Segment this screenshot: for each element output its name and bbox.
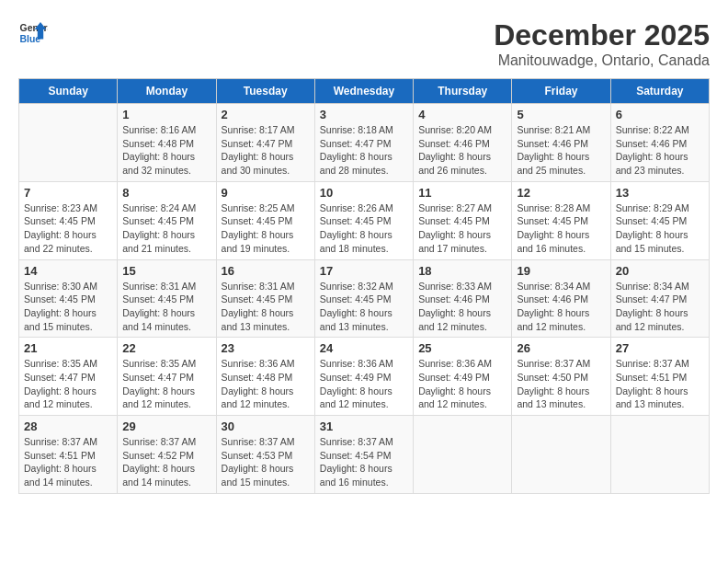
- calendar-cell: 28Sunrise: 8:37 AMSunset: 4:51 PMDayligh…: [19, 416, 118, 494]
- day-number: 14: [24, 264, 112, 278]
- day-number: 28: [24, 419, 112, 433]
- day-info: Sunrise: 8:23 AMSunset: 4:45 PMDaylight:…: [24, 201, 112, 256]
- header-cell-thursday: Thursday: [414, 79, 512, 104]
- day-info: Sunrise: 8:20 AMSunset: 4:46 PMDaylight:…: [418, 123, 506, 178]
- day-number: 31: [320, 419, 408, 433]
- day-info: Sunrise: 8:37 AMSunset: 4:54 PMDaylight:…: [320, 435, 408, 489]
- day-info: Sunrise: 8:25 AMSunset: 4:45 PMDaylight:…: [222, 201, 310, 256]
- day-number: 30: [222, 419, 310, 433]
- day-number: 17: [320, 264, 408, 278]
- day-number: 20: [616, 264, 704, 278]
- day-number: 24: [320, 341, 408, 355]
- header-cell-saturday: Saturday: [610, 79, 709, 104]
- page-subtitle: Manitouwadge, Ontario, Canada: [494, 52, 710, 69]
- day-info: Sunrise: 8:31 AMSunset: 4:45 PMDaylight:…: [222, 280, 310, 334]
- calendar-cell: 3Sunrise: 8:18 AMSunset: 4:47 PMDaylight…: [314, 104, 413, 182]
- header-cell-tuesday: Tuesday: [216, 79, 314, 104]
- header-cell-wednesday: Wednesday: [314, 79, 413, 104]
- calendar-cell: 24Sunrise: 8:36 AMSunset: 4:49 PMDayligh…: [314, 338, 413, 416]
- calendar-cell: 7Sunrise: 8:23 AMSunset: 4:45 PMDaylight…: [19, 181, 118, 259]
- day-number: 13: [616, 186, 704, 200]
- day-number: 21: [24, 341, 112, 355]
- day-info: Sunrise: 8:36 AMSunset: 4:49 PMDaylight:…: [320, 357, 408, 411]
- calendar-table: SundayMondayTuesdayWednesdayThursdayFrid…: [18, 78, 710, 494]
- calendar-cell: 11Sunrise: 8:27 AMSunset: 4:45 PMDayligh…: [414, 181, 512, 259]
- calendar-cell: 20Sunrise: 8:34 AMSunset: 4:47 PMDayligh…: [610, 259, 709, 338]
- calendar-cell: 31Sunrise: 8:37 AMSunset: 4:54 PMDayligh…: [314, 416, 413, 494]
- week-row-5: 28Sunrise: 8:37 AMSunset: 4:51 PMDayligh…: [19, 416, 710, 494]
- day-info: Sunrise: 8:33 AMSunset: 4:46 PMDaylight:…: [418, 280, 506, 334]
- day-info: Sunrise: 8:24 AMSunset: 4:45 PMDaylight:…: [122, 201, 210, 256]
- day-info: Sunrise: 8:17 AMSunset: 4:47 PMDaylight:…: [222, 123, 310, 178]
- day-number: 1: [122, 108, 210, 121]
- calendar-cell: 25Sunrise: 8:36 AMSunset: 4:49 PMDayligh…: [414, 338, 512, 416]
- day-info: Sunrise: 8:32 AMSunset: 4:45 PMDaylight:…: [320, 280, 408, 334]
- calendar-cell: 9Sunrise: 8:25 AMSunset: 4:45 PMDaylight…: [216, 181, 314, 259]
- logo-icon: General Blue: [18, 18, 48, 48]
- title-area: December 2025 Manitouwadge, Ontario, Can…: [494, 18, 710, 69]
- calendar-cell: [19, 104, 118, 182]
- calendar-cell: 15Sunrise: 8:31 AMSunset: 4:45 PMDayligh…: [118, 259, 216, 338]
- day-number: 23: [222, 341, 310, 355]
- calendar-cell: 13Sunrise: 8:29 AMSunset: 4:45 PMDayligh…: [610, 181, 709, 259]
- day-number: 7: [24, 186, 112, 200]
- day-info: Sunrise: 8:37 AMSunset: 4:52 PMDaylight:…: [122, 435, 210, 489]
- day-info: Sunrise: 8:36 AMSunset: 4:49 PMDaylight:…: [418, 357, 506, 411]
- calendar-cell: 6Sunrise: 8:22 AMSunset: 4:46 PMDaylight…: [610, 104, 709, 182]
- day-info: Sunrise: 8:21 AMSunset: 4:46 PMDaylight:…: [517, 123, 605, 178]
- header-cell-monday: Monday: [118, 79, 216, 104]
- day-number: 11: [418, 186, 506, 200]
- calendar-cell: 23Sunrise: 8:36 AMSunset: 4:48 PMDayligh…: [216, 338, 314, 416]
- day-number: 4: [418, 108, 506, 121]
- week-row-1: 1Sunrise: 8:16 AMSunset: 4:48 PMDaylight…: [19, 104, 710, 182]
- calendar-cell: 27Sunrise: 8:37 AMSunset: 4:51 PMDayligh…: [610, 338, 709, 416]
- day-info: Sunrise: 8:31 AMSunset: 4:45 PMDaylight:…: [122, 280, 210, 334]
- day-number: 9: [222, 186, 310, 200]
- calendar-cell: [414, 416, 512, 494]
- day-info: Sunrise: 8:29 AMSunset: 4:45 PMDaylight:…: [616, 201, 704, 256]
- week-row-3: 14Sunrise: 8:30 AMSunset: 4:45 PMDayligh…: [19, 259, 710, 338]
- calendar-cell: 29Sunrise: 8:37 AMSunset: 4:52 PMDayligh…: [118, 416, 216, 494]
- calendar-cell: 4Sunrise: 8:20 AMSunset: 4:46 PMDaylight…: [414, 104, 512, 182]
- week-row-2: 7Sunrise: 8:23 AMSunset: 4:45 PMDaylight…: [19, 181, 710, 259]
- calendar-cell: 30Sunrise: 8:37 AMSunset: 4:53 PMDayligh…: [216, 416, 314, 494]
- week-row-4: 21Sunrise: 8:35 AMSunset: 4:47 PMDayligh…: [19, 338, 710, 416]
- day-number: 25: [418, 341, 506, 355]
- day-info: Sunrise: 8:35 AMSunset: 4:47 PMDaylight:…: [122, 357, 210, 411]
- calendar-cell: 19Sunrise: 8:34 AMSunset: 4:46 PMDayligh…: [512, 259, 610, 338]
- calendar-cell: 26Sunrise: 8:37 AMSunset: 4:50 PMDayligh…: [512, 338, 610, 416]
- day-number: 27: [616, 341, 704, 355]
- day-number: 2: [222, 108, 310, 121]
- calendar-cell: 2Sunrise: 8:17 AMSunset: 4:47 PMDaylight…: [216, 104, 314, 182]
- day-number: 12: [517, 186, 605, 200]
- calendar-cell: 12Sunrise: 8:28 AMSunset: 4:45 PMDayligh…: [512, 181, 610, 259]
- calendar-cell: [610, 416, 709, 494]
- day-number: 26: [517, 341, 605, 355]
- calendar-cell: 21Sunrise: 8:35 AMSunset: 4:47 PMDayligh…: [19, 338, 118, 416]
- day-info: Sunrise: 8:18 AMSunset: 4:47 PMDaylight:…: [320, 123, 408, 178]
- header-row: SundayMondayTuesdayWednesdayThursdayFrid…: [19, 79, 710, 104]
- day-info: Sunrise: 8:28 AMSunset: 4:45 PMDaylight:…: [517, 201, 605, 256]
- day-number: 18: [418, 264, 506, 278]
- day-info: Sunrise: 8:37 AMSunset: 4:51 PMDaylight:…: [24, 435, 112, 489]
- page-title: December 2025: [494, 18, 710, 52]
- day-info: Sunrise: 8:22 AMSunset: 4:46 PMDaylight:…: [616, 123, 704, 178]
- day-number: 16: [222, 264, 310, 278]
- calendar-header: SundayMondayTuesdayWednesdayThursdayFrid…: [19, 79, 710, 104]
- day-info: Sunrise: 8:16 AMSunset: 4:48 PMDaylight:…: [122, 123, 210, 178]
- header-cell-sunday: Sunday: [19, 79, 118, 104]
- calendar-cell: [512, 416, 610, 494]
- calendar-body: 1Sunrise: 8:16 AMSunset: 4:48 PMDaylight…: [19, 104, 710, 494]
- day-number: 22: [122, 341, 210, 355]
- calendar-cell: 18Sunrise: 8:33 AMSunset: 4:46 PMDayligh…: [414, 259, 512, 338]
- day-number: 10: [320, 186, 408, 200]
- calendar-cell: 16Sunrise: 8:31 AMSunset: 4:45 PMDayligh…: [216, 259, 314, 338]
- day-number: 5: [517, 108, 605, 121]
- logo: General Blue: [18, 18, 48, 48]
- calendar-cell: 22Sunrise: 8:35 AMSunset: 4:47 PMDayligh…: [118, 338, 216, 416]
- day-number: 19: [517, 264, 605, 278]
- calendar-cell: 10Sunrise: 8:26 AMSunset: 4:45 PMDayligh…: [314, 181, 413, 259]
- day-info: Sunrise: 8:26 AMSunset: 4:45 PMDaylight:…: [320, 201, 408, 256]
- day-info: Sunrise: 8:30 AMSunset: 4:45 PMDaylight:…: [24, 280, 112, 334]
- day-number: 29: [122, 419, 210, 433]
